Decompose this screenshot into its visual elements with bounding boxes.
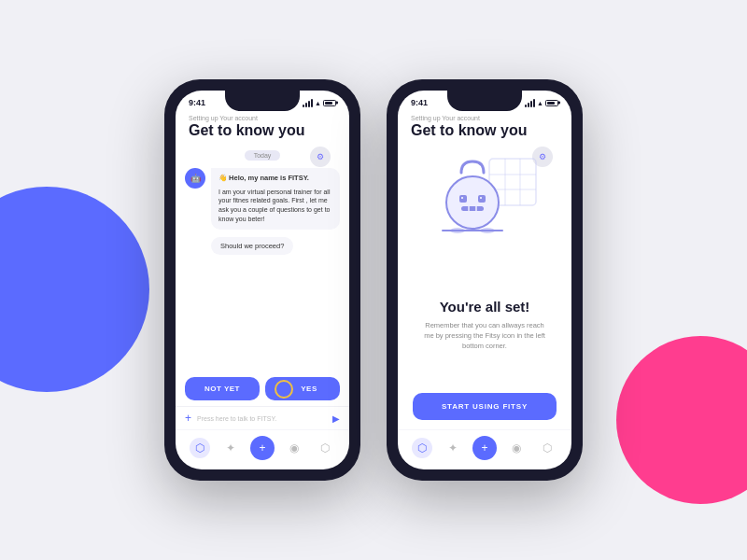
wifi-icon: ▲ xyxy=(315,100,321,106)
svg-rect-6 xyxy=(459,195,467,203)
yes-ring xyxy=(275,380,293,399)
svg-point-15 xyxy=(480,228,495,233)
svg-rect-7 xyxy=(478,195,486,203)
phones-container: 9:41 ▲ Setting up Your account xyxy=(164,79,583,481)
message-body: I am your virtual personal trainer for a… xyxy=(218,188,332,224)
title-2: Get to know you xyxy=(411,122,558,139)
svg-rect-8 xyxy=(461,197,463,199)
status-icons-1: ▲ xyxy=(303,99,336,107)
complete-title: You're all set! xyxy=(419,299,550,315)
send-icon[interactable]: ▶ xyxy=(332,413,340,424)
phone-1: 9:41 ▲ Setting up Your account xyxy=(164,79,360,481)
yes-label: YES xyxy=(301,385,317,393)
completion-content: You're all set! Remember that you can al… xyxy=(398,145,571,429)
start-using-fitsy-button[interactable]: START USING FITSY xyxy=(413,393,557,420)
bot-avatar: 🤖 xyxy=(185,168,205,189)
svg-point-14 xyxy=(450,228,465,233)
chat-message-greeting: 🤖 👋 Helo, my name is FITSY. I am your vi… xyxy=(185,168,340,230)
screen-1: 9:41 ▲ Setting up Your account xyxy=(176,91,349,469)
date-badge: Today xyxy=(245,150,281,161)
notch-2 xyxy=(447,91,522,111)
greeting-bubble: 👋 Helo, my name is FITSY. I am your virt… xyxy=(211,168,340,230)
subtitle-2: Setting up Your account xyxy=(411,115,558,121)
blob-pink xyxy=(616,336,747,504)
nav-barbell-1[interactable]: ✦ xyxy=(220,438,241,458)
screen-2: 9:41 ▲ Setting up Your account xyxy=(398,91,571,469)
nav-bottle-2[interactable]: ◉ xyxy=(506,438,527,458)
bottom-nav-1: ⬡ ✦ + ◉ ⬡ xyxy=(176,429,349,469)
subtitle-1: Setting up Your account xyxy=(189,115,336,121)
wifi-icon-2: ▲ xyxy=(537,100,543,106)
nav-barbell-2[interactable]: ✦ xyxy=(443,438,463,458)
nav-plus-1[interactable]: + xyxy=(250,436,275,460)
nav-dumbbell-1[interactable]: ⬡ xyxy=(190,438,210,458)
yes-button[interactable]: YES xyxy=(265,377,340,400)
status-time-1: 9:41 xyxy=(189,98,205,107)
proceed-bubble: Should we proceed? xyxy=(211,237,293,255)
robot-illustration xyxy=(424,154,545,257)
blob-blue xyxy=(0,187,149,392)
complete-desc: Remember that you can allways reach me b… xyxy=(419,320,550,352)
nav-bag-2[interactable]: ⬡ xyxy=(537,438,557,458)
chat-buttons: NOT YET YES xyxy=(176,371,349,406)
not-yet-button[interactable]: NOT YET xyxy=(185,377,260,400)
svg-rect-10 xyxy=(461,206,484,211)
nav-plus-2[interactable]: + xyxy=(472,436,497,460)
add-icon[interactable]: + xyxy=(185,412,191,425)
screen-header-1: Setting up Your account Get to know you … xyxy=(176,111,349,145)
signal-icon-2 xyxy=(525,99,535,107)
greeting-text: 👋 Helo, my name is FITSY. xyxy=(218,174,332,184)
nav-bottle-1[interactable]: ◉ xyxy=(284,438,304,458)
chat-content: Today 🤖 👋 Helo, my name is FITSY. I am y… xyxy=(176,145,349,371)
status-icons-2: ▲ xyxy=(525,99,558,107)
settings-icon-1[interactable]: ⚙ xyxy=(310,147,331,167)
phone-2: 9:41 ▲ Setting up Your account xyxy=(387,79,583,481)
battery-icon-2 xyxy=(545,100,558,106)
svg-rect-9 xyxy=(480,197,482,199)
signal-icon xyxy=(303,99,313,107)
title-1: Get to know you xyxy=(189,122,336,139)
complete-text-group: You're all set! Remember that you can al… xyxy=(419,299,550,352)
screen-header-2: Setting up Your account Get to know you … xyxy=(398,111,571,145)
nav-dumbbell-2[interactable]: ⬡ xyxy=(412,438,432,458)
battery-icon xyxy=(323,100,336,106)
input-bar: + Press here to talk to FITSY. ▶ xyxy=(176,406,349,429)
input-placeholder[interactable]: Press here to talk to FITSY. xyxy=(197,415,327,422)
status-time-2: 9:41 xyxy=(411,98,428,107)
nav-bag-1[interactable]: ⬡ xyxy=(315,438,335,458)
bottom-nav-2: ⬡ ✦ + ◉ ⬡ xyxy=(398,429,571,469)
notch-1 xyxy=(225,91,300,111)
svg-point-5 xyxy=(446,176,499,229)
